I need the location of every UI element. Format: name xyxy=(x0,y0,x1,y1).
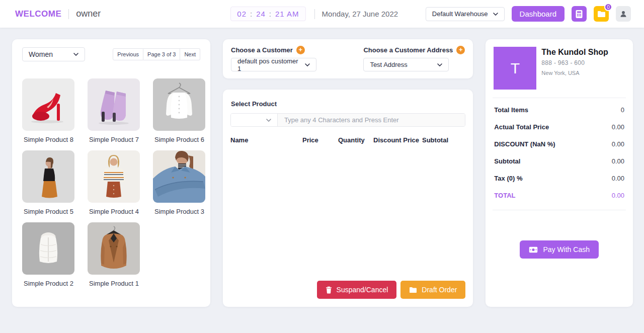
summary-value: 0.00 xyxy=(612,123,624,131)
shop-avatar: T xyxy=(494,47,536,90)
product-grid: Simple Product 8 Simple Pr xyxy=(22,78,200,294)
product-card[interactable]: Simple Product 1 xyxy=(88,222,140,287)
product-search-row xyxy=(230,113,465,127)
customer-address-field: Choose a Customer Address + Test Address xyxy=(363,46,465,72)
product-image-red-heel xyxy=(22,78,74,131)
order-table-header: Name Price Quantity Discount Price Subto… xyxy=(230,136,465,144)
products-panel: Women Previous Page 3 of 3 Next xyxy=(12,39,210,307)
clock-hours: 02 xyxy=(237,10,247,18)
folder-icon xyxy=(409,287,417,293)
product-image-white-vest xyxy=(22,222,74,275)
profile-button[interactable] xyxy=(616,6,631,22)
add-address-button[interactable]: + xyxy=(456,46,465,54)
add-customer-button[interactable]: + xyxy=(296,46,305,54)
pagination-next-button[interactable]: Next xyxy=(180,48,200,60)
summary-row-total-items: Total Items 0 xyxy=(494,106,624,114)
customer-select-value: default pos customer 1 xyxy=(237,57,300,72)
warehouse-select[interactable]: Default Warehouse xyxy=(426,7,505,21)
user-icon xyxy=(619,10,627,18)
customer-panel: Choose a Customer + default pos customer… xyxy=(223,39,473,78)
column-header-quantity: Quantity xyxy=(338,136,373,144)
calculator-button[interactable] xyxy=(572,6,587,22)
summary-label: DISCOUNT (NaN %) xyxy=(494,140,555,148)
divider xyxy=(68,9,69,19)
draft-order-label: Draft Order xyxy=(422,286,457,294)
product-card[interactable]: Simple Product 6 xyxy=(153,78,206,143)
chevron-down-icon xyxy=(73,53,78,56)
shop-location: New York, USA xyxy=(541,70,608,76)
orders-count-badge: 0 xyxy=(604,3,612,11)
pagination: Previous Page 3 of 3 Next xyxy=(113,48,200,60)
pay-with-cash-label: Pay With Cash xyxy=(543,245,590,254)
product-name: Simple Product 2 xyxy=(22,280,75,287)
username-label: owner xyxy=(76,9,101,19)
suspend-cancel-button[interactable]: Suspand/Cancel xyxy=(317,281,397,299)
divider xyxy=(493,210,626,210)
order-actions: Suspand/Cancel Draft Order xyxy=(230,281,465,300)
folder-icon xyxy=(597,11,606,18)
orders-folder-button[interactable]: 0 xyxy=(594,6,609,22)
divider xyxy=(493,98,626,98)
cash-icon xyxy=(529,246,538,253)
summary-row-discount: DISCOUNT (NaN %) 0.00 xyxy=(494,140,624,148)
summary-value: 0.00 xyxy=(612,192,624,199)
product-image-denim-jacket-model xyxy=(153,150,205,203)
product-image-white-cardigan xyxy=(153,78,205,131)
warehouse-select-value: Default Warehouse xyxy=(432,10,488,18)
order-panel: Select Product Name Price Quantity Disco… xyxy=(223,90,473,307)
product-search-input[interactable] xyxy=(278,114,465,126)
summary-value: 0.00 xyxy=(612,140,624,148)
product-name: Simple Product 4 xyxy=(88,208,140,215)
clock-minutes: 24 xyxy=(256,10,266,18)
welcome-label: WELCOME xyxy=(15,9,61,19)
column-header-name: Name xyxy=(230,136,302,144)
summary-row-tax: Tax (0) % 0.00 xyxy=(494,175,624,182)
product-card[interactable]: Simple Product 7 xyxy=(88,78,140,143)
product-name: Simple Product 3 xyxy=(153,208,206,215)
clock-seconds: 21 AM xyxy=(275,10,299,18)
product-image-black-top-model xyxy=(22,150,74,203)
summary-row-subtotal: Subtotal 0.00 xyxy=(494,157,624,165)
category-select[interactable]: Women xyxy=(22,47,85,61)
product-card[interactable]: Simple Product 4 xyxy=(88,150,140,215)
clock-colon: : xyxy=(250,10,253,18)
dashboard-button[interactable]: Dashboard xyxy=(512,6,565,22)
draft-order-button[interactable]: Draft Order xyxy=(400,281,465,299)
summary-value: 0 xyxy=(621,106,624,114)
calculator-icon xyxy=(575,10,583,19)
address-select-value: Test Address xyxy=(370,61,407,68)
select-product-label: Select Product xyxy=(231,100,465,108)
pagination-previous-button[interactable]: Previous xyxy=(113,48,143,60)
customer-address-label: Choose a Customer Address xyxy=(363,46,453,54)
shop-phone: 888 - 963 - 600 xyxy=(541,59,608,66)
checkout-panel: T The Kundol Shop 888 - 963 - 600 New Yo… xyxy=(486,39,633,307)
summary-label: Tax (0) % xyxy=(494,175,522,182)
summary-label: Subtotal xyxy=(494,157,520,165)
product-card[interactable]: Simple Product 3 xyxy=(153,150,206,215)
summary-row-actual-total-price: Actual Total Price 0.00 xyxy=(494,123,624,131)
chevron-down-icon xyxy=(437,63,442,66)
suspend-cancel-label: Suspand/Cancel xyxy=(337,286,388,294)
summary-label: TOTAL xyxy=(494,192,515,199)
chevron-down-icon xyxy=(493,13,498,16)
clock: 02 : 24 : 21 AM xyxy=(230,7,305,21)
column-header-price: Price xyxy=(302,136,338,144)
customer-select[interactable]: default pos customer 1 xyxy=(231,58,316,71)
product-name: Simple Product 5 xyxy=(22,208,75,215)
pay-with-cash-button[interactable]: Pay With Cash xyxy=(520,240,599,259)
chevron-down-icon xyxy=(305,63,310,66)
summary-value: 0.00 xyxy=(612,175,624,182)
summary-row-total: TOTAL 0.00 xyxy=(494,192,624,199)
product-card[interactable]: Simple Product 2 xyxy=(22,222,75,287)
address-select[interactable]: Test Address xyxy=(363,58,449,71)
shop-info: T The Kundol Shop 888 - 963 - 600 New Yo… xyxy=(494,47,625,90)
product-card[interactable]: Simple Product 8 xyxy=(22,78,75,143)
summary-value: 0.00 xyxy=(612,157,624,165)
product-card[interactable]: Simple Product 5 xyxy=(22,150,75,215)
date-label: Monday, 27 June 2022 xyxy=(322,10,398,18)
product-image-lavender-heels xyxy=(88,78,140,131)
summary-label: Actual Total Price xyxy=(494,123,549,131)
search-type-select[interactable] xyxy=(231,114,278,126)
product-name: Simple Product 1 xyxy=(88,280,140,287)
customer-label: Choose a Customer xyxy=(231,46,293,54)
